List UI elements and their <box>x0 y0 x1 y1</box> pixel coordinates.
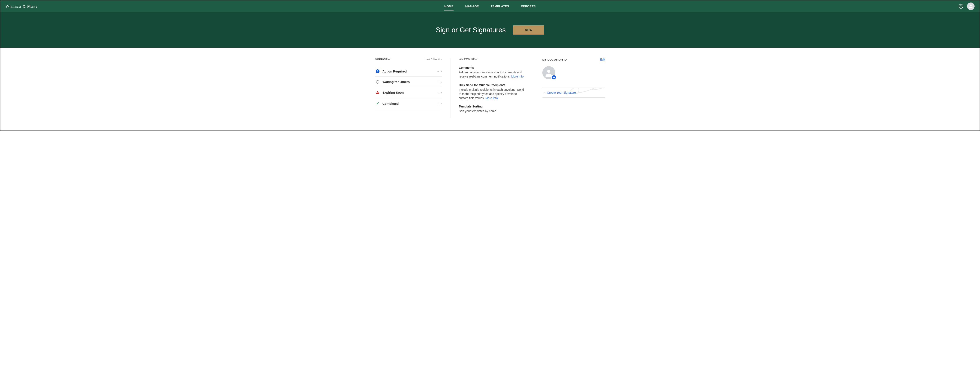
svg-point-4 <box>554 77 554 78</box>
top-nav: William & Mary HOME MANAGE TEMPLATES REP… <box>0 0 980 12</box>
create-signature-link[interactable]: Create Your Signature <box>547 91 576 94</box>
overview-row-expiring[interactable]: Expiring Soon -- › <box>375 87 442 98</box>
overview-row-completed[interactable]: ✓ Completed -- › <box>375 98 442 109</box>
hero-banner: Sign or Get Signatures NEW <box>0 12 980 48</box>
more-info-link[interactable]: More Info <box>511 75 524 78</box>
check-icon: ✓ <box>376 101 379 106</box>
hero-title: Sign or Get Signatures <box>436 26 506 34</box>
user-avatar[interactable] <box>967 3 975 10</box>
overview-count: -- <box>438 102 439 105</box>
whats-new-item: Bulk Send for Multiple Recipients Includ… <box>459 83 526 100</box>
overview-row-waiting[interactable]: Waiting for Others -- › <box>375 77 442 87</box>
overview-label: Completed <box>382 102 438 106</box>
nav-tab-home[interactable]: HOME <box>444 0 453 12</box>
signature-row: × Create Your Signature <box>542 88 605 98</box>
svg-rect-2 <box>377 93 378 93</box>
whats-new-item-body: Include multiple recipients in each enve… <box>459 88 526 100</box>
whats-new-panel: WHAT'S NEW Comments Ask and answer quest… <box>450 58 534 118</box>
warning-icon <box>375 91 380 94</box>
bullet-icon: × <box>544 91 545 94</box>
whats-new-item: Template Sorting Sort your templates by … <box>459 105 526 113</box>
overview-label: Waiting for Others <box>382 80 438 83</box>
alert-icon: ! <box>376 69 379 73</box>
overview-label: Expiring Soon <box>382 91 438 94</box>
nav-tab-manage[interactable]: MANAGE <box>465 0 479 12</box>
person-icon <box>968 4 973 9</box>
brand-logo: William & Mary <box>5 4 38 9</box>
chevron-right-icon: › <box>441 80 442 83</box>
nav-tab-templates[interactable]: TEMPLATES <box>491 0 509 12</box>
whats-new-item-body: Ask and answer questions about documents… <box>459 70 526 79</box>
whats-new-item-title: Bulk Send for Multiple Recipients <box>459 83 526 87</box>
edit-link[interactable]: Edit <box>600 58 605 61</box>
overview-panel: OVERVIEW Last 6 Months ! Action Required… <box>366 58 450 118</box>
svg-point-0 <box>970 5 972 6</box>
chevron-right-icon: › <box>441 91 442 94</box>
upload-photo-button[interactable] <box>551 75 557 80</box>
overview-count: -- <box>438 70 439 73</box>
more-info-link[interactable]: More Info <box>485 96 498 100</box>
nav-tab-reports[interactable]: REPORTS <box>521 0 536 12</box>
nav-tabs-container: HOME MANAGE TEMPLATES REPORTS <box>444 0 536 12</box>
profile-photo <box>542 66 555 79</box>
clock-icon <box>376 80 379 83</box>
overview-row-action-required[interactable]: ! Action Required -- › <box>375 66 442 77</box>
overview-label: Action Required <box>382 70 438 73</box>
overview-count: -- <box>438 91 439 94</box>
help-icon[interactable]: ? <box>959 4 963 9</box>
overview-title: OVERVIEW <box>375 58 390 61</box>
svg-point-3 <box>547 70 550 73</box>
my-docusign-id-panel: MY DOCUSIGN ID Edit <box>534 58 614 118</box>
whats-new-item-title: Comments <box>459 66 526 69</box>
whats-new-item-title: Template Sorting <box>459 105 526 108</box>
overview-range: Last 6 Months <box>425 58 442 61</box>
chevron-right-icon: › <box>441 102 442 105</box>
whats-new-item: Comments Ask and answer questions about … <box>459 66 526 79</box>
new-button[interactable]: NEW <box>513 26 544 35</box>
overview-count: -- <box>438 80 439 83</box>
whats-new-item-body: Sort your templates by name. <box>459 109 526 113</box>
svg-rect-1 <box>377 92 378 93</box>
my-id-title: MY DOCUSIGN ID <box>542 58 567 61</box>
camera-icon <box>553 76 555 79</box>
whats-new-title: WHAT'S NEW <box>459 58 477 61</box>
chevron-right-icon: › <box>441 70 442 73</box>
